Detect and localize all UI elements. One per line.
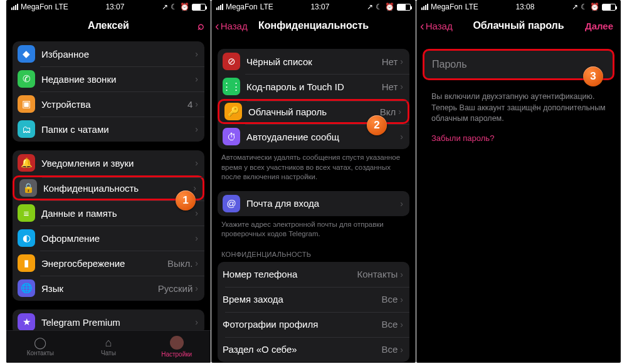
signal-icon (216, 4, 223, 10)
battery-icon: ▮ (18, 254, 35, 272)
chevron-right-icon: › (400, 132, 403, 142)
row-label: Недавние звонки (41, 74, 195, 85)
signal-icon (421, 4, 428, 10)
row-label: Данные и память (41, 208, 195, 219)
moon-icon: ☾ (171, 3, 177, 11)
row-label: Telegram Premium (41, 317, 195, 328)
row-label: Избранное (41, 49, 195, 60)
network-label: LTE (55, 3, 68, 11)
chevron-right-icon: › (195, 74, 198, 84)
chevron-right-icon: › (195, 317, 198, 327)
chevron-right-icon: › (195, 49, 198, 59)
bookmark-icon: ◆ (18, 45, 35, 63)
data-icon: ≡ (18, 204, 35, 222)
passcode-icon: ⋮⋮ (223, 78, 240, 95)
row-label: Устройства (41, 99, 187, 110)
battery-icon (192, 4, 206, 11)
bell-icon: 🔔 (18, 154, 35, 172)
block-icon: ⊘ (223, 53, 240, 70)
forgot-password-link[interactable]: Забыли пароль? (423, 125, 503, 152)
settings-row[interactable]: ✆Недавние звонки› (13, 66, 204, 91)
chevron-right-icon: › (400, 320, 403, 330)
nav-bar: ‹Назад Конфиденциальность (211, 14, 416, 38)
row-label: Фотографии профиля (223, 319, 381, 330)
settings-row[interactable]: ▣Устройства4› (13, 91, 204, 117)
chevron-right-icon: › (195, 99, 198, 109)
settings-row[interactable]: 🗂Папки с чатами› (13, 117, 204, 142)
status-bar: MegaFon LTE 13:07 ↗☾⏰ (6, 0, 211, 14)
row-label: Энергосбережение (41, 258, 167, 269)
row-label: Код-пароль и Touch ID (246, 81, 382, 92)
nav-bar: Алексей ⌕ (6, 14, 211, 38)
two-step-description: Вы включили двухэтапную аутентификацию. … (423, 85, 614, 125)
password-placeholder: Пароль (432, 59, 467, 70)
row-value: Все (381, 319, 398, 330)
chevron-right-icon: › (400, 199, 403, 209)
step-badge-1: 1 (176, 190, 196, 211)
settings-row[interactable]: ⊘Чёрный списокНет› (218, 49, 409, 74)
tab-contacts[interactable]: ◯Контакты (6, 331, 75, 363)
chevron-right-icon: › (400, 269, 403, 279)
settings-row[interactable]: @Почта для входа› (218, 191, 409, 216)
settings-row[interactable]: Фотографии профиляВсе› (218, 312, 409, 337)
back-button[interactable]: ‹Назад (215, 19, 248, 32)
chevron-right-icon: › (195, 208, 198, 218)
settings-row[interactable]: Время заходаВсе› (218, 287, 409, 312)
row-value: Все (381, 344, 398, 355)
settings-row[interactable]: ≡Данные и память› (13, 200, 204, 226)
alarm-icon: ⏰ (180, 3, 189, 11)
chevron-left-icon: ‹ (420, 19, 424, 32)
settings-row[interactable]: ⋮⋮Код-пароль и Touch IDНет› (218, 74, 409, 99)
status-bar: MegaFon LTE 13:07 ↗☾⏰ (211, 0, 416, 14)
search-icon[interactable]: ⌕ (198, 19, 204, 33)
row-value: Вкл (380, 107, 396, 117)
settings-row[interactable]: ▮ЭнергосбережениеВыкл.› (13, 251, 204, 276)
chevron-right-icon: › (400, 345, 403, 355)
globe-icon: 🌐 (18, 279, 35, 297)
signal-icon (11, 4, 18, 10)
settings-row[interactable]: 🔔Уведомления и звуки› (13, 150, 204, 175)
row-label: Уведомления и звуки (41, 158, 195, 169)
location-icon: ↗ (162, 3, 168, 11)
tab-bar: ◯Контакты ⌂Чаты Настройки (6, 330, 211, 363)
chevron-right-icon: › (400, 81, 403, 91)
tab-settings[interactable]: Настройки (142, 331, 211, 363)
page-title: Алексей (88, 20, 129, 31)
page-title: Конфиденциальность (258, 20, 369, 31)
settings-row[interactable]: Номер телефонаКонтакты› (218, 262, 409, 287)
tab-chats[interactable]: ⌂Чаты (75, 331, 143, 363)
back-button[interactable]: ‹Назад (420, 19, 453, 32)
next-button[interactable]: Далее (585, 21, 613, 31)
nav-bar: ‹Назад Облачный пароль Далее (416, 14, 621, 38)
carrier-label: MegaFon (21, 3, 53, 11)
clock: 13:08 (515, 3, 534, 11)
privacy-screen: MegaFon LTE 13:07 ↗☾⏰ ‹Назад Конфиденциа… (211, 0, 416, 363)
timer-icon: ⏱ (223, 128, 240, 145)
settings-row[interactable]: Раздел «О себе»Все› (218, 337, 409, 362)
contacts-icon: ◯ (34, 337, 46, 348)
auto-delete-note: Автоматически удалять сообщения спустя у… (218, 153, 409, 191)
chevron-right-icon: › (195, 158, 198, 168)
row-label: Язык (41, 283, 158, 294)
row-value: 4 (187, 99, 192, 110)
settings-row[interactable]: ◆Избранное› (13, 41, 204, 66)
chevron-right-icon: › (400, 56, 403, 66)
chevron-left-icon: ‹ (215, 19, 219, 32)
lock-icon: 🔒 (19, 179, 37, 197)
settings-row[interactable]: 🌐ЯзыкРусский› (13, 276, 204, 301)
cloud-password-screen: MegaFon LTE 13:08 ↗☾⏰ ‹Назад Облачный па… (416, 0, 621, 363)
chevron-right-icon: › (195, 124, 198, 134)
star-icon: ★ (18, 313, 35, 331)
chevron-right-icon: › (400, 294, 403, 304)
phone-icon: ✆ (18, 70, 35, 88)
chevron-right-icon: › (398, 107, 401, 117)
step-badge-2: 2 (367, 115, 387, 135)
mail-icon: @ (223, 195, 240, 212)
row-value: Нет (382, 56, 398, 67)
status-bar: MegaFon LTE 13:08 ↗☾⏰ (416, 0, 621, 14)
row-label: Номер телефона (223, 269, 357, 279)
chevron-right-icon: › (195, 258, 198, 268)
settings-row[interactable]: ◐Оформление› (13, 226, 204, 251)
row-label: Раздел «О себе» (223, 344, 381, 355)
row-value: Русский (158, 283, 193, 294)
